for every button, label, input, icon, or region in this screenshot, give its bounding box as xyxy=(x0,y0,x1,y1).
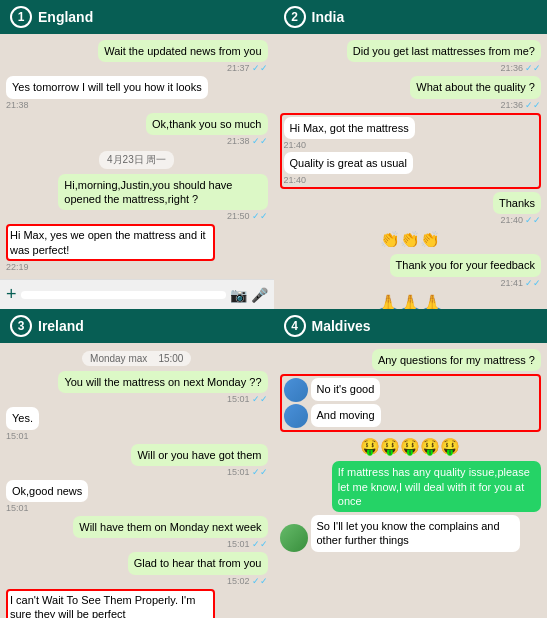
date-divider-ir: Monday max 15:00 xyxy=(82,351,191,366)
msg-ir7: Glad to hear that from you 15:02✓✓ xyxy=(128,552,268,585)
emoji-prayer: 🙏🙏🙏 xyxy=(377,293,443,309)
msg-ir3: Yes. 15:01 xyxy=(6,407,39,440)
msg-i3: Hi Max, got the mattress 21:40 xyxy=(284,117,487,150)
ireland-title: Ireland xyxy=(38,318,84,334)
msg-m1: Any questions for my mattress ? xyxy=(372,349,541,371)
camera-icon[interactable]: 📷 xyxy=(230,287,247,303)
msg-i5: Thanks 21:40✓✓ xyxy=(493,192,541,225)
maldives-title: Maldives xyxy=(312,318,371,334)
msg-ir4: Will or you have got them 15:01✓✓ xyxy=(131,444,267,477)
msg-m3: And moving xyxy=(311,404,381,426)
msg-ir2: You will the mattress on next Monday ?? … xyxy=(58,371,267,404)
avatar-m6 xyxy=(280,524,308,552)
mic-icon[interactable]: 🎤 xyxy=(251,287,268,303)
msg-m2-row: No it's good xyxy=(284,378,538,402)
msg-i2: What about the quality ? 21:36✓✓ xyxy=(410,76,541,109)
emoji-clap: 👏👏👏 xyxy=(380,230,440,249)
india-panel: 2 India Did you get last mattresses from… xyxy=(274,0,548,309)
ireland-panel: 3 Ireland Monday max 15:00 You will the … xyxy=(0,309,274,618)
msg-e3: Ok,thank you so much 21:38✓✓ xyxy=(146,113,267,146)
msg-m6: So I'll let you know the complains and o… xyxy=(311,515,520,552)
msg-m3-row: And moving xyxy=(284,404,538,428)
msg-e1: Wait the updated news from you 21:37✓✓ xyxy=(98,40,267,73)
ireland-header: 3 Ireland xyxy=(0,309,274,343)
avatar-m2 xyxy=(284,378,308,402)
msg-m2: No it's good xyxy=(311,378,381,400)
msg-i4: Quality is great as usual 21:40 xyxy=(284,152,487,185)
msg-e6: Hi Max, yes we open the mattress and it … xyxy=(6,224,215,272)
msg-i7: Thank you for your feedback 21:41✓✓ xyxy=(390,254,541,287)
emoji-money: 🤑🤑🤑🤑🤑 xyxy=(360,437,460,456)
india-header: 2 India xyxy=(274,0,548,34)
india-title: India xyxy=(312,9,345,25)
ireland-chat-body: Monday max 15:00 You will the mattress o… xyxy=(0,343,274,618)
msg-m6-row: So I'll let you know the complains and o… xyxy=(280,515,542,552)
maldives-header: 4 Maldives xyxy=(274,309,548,343)
msg-ir8: I can't Wait To See Them Properly. I'm s… xyxy=(6,589,215,618)
england-chat-body: Wait the updated news from you 21:37✓✓ Y… xyxy=(0,34,274,279)
avatar-m3 xyxy=(284,404,308,428)
msg-ir6: Will have them on Monday next week 15:01… xyxy=(73,516,267,549)
india-number: 2 xyxy=(284,6,306,28)
msg-e2: Yes tomorrow I will tell you how it look… xyxy=(6,76,208,109)
msg-ir5: Ok,good news 15:01 xyxy=(6,480,88,513)
india-chat-body: Did you get last mattresses from me? 21:… xyxy=(274,34,548,309)
maldives-panel: 4 Maldives Any questions for my mattress… xyxy=(274,309,548,618)
msg-m5: If mattress has any quality issue,please… xyxy=(332,461,541,512)
england-number: 1 xyxy=(10,6,32,28)
maldives-chat-body: Any questions for my mattress ? No it's … xyxy=(274,343,548,618)
msg-i1: Did you get last mattresses from me? 21:… xyxy=(347,40,541,73)
message-input[interactable] xyxy=(21,291,226,299)
india-highlight-group: Hi Max, got the mattress 21:40 Quality i… xyxy=(280,113,542,190)
ireland-number: 3 xyxy=(10,315,32,337)
maldives-number: 4 xyxy=(284,315,306,337)
add-button[interactable]: + xyxy=(6,284,17,305)
msg-e5: Hi,morning,Justin,you should have opened… xyxy=(58,174,267,222)
england-title: England xyxy=(38,9,93,25)
england-panel: 1 England Wait the updated news from you… xyxy=(0,0,274,309)
england-footer[interactable]: + 📷 🎤 xyxy=(0,279,274,309)
england-header: 1 England xyxy=(0,0,274,34)
date-divider-e: 4月23日 周一 xyxy=(99,151,174,169)
maldives-highlight-group: No it's good And moving xyxy=(280,374,542,432)
